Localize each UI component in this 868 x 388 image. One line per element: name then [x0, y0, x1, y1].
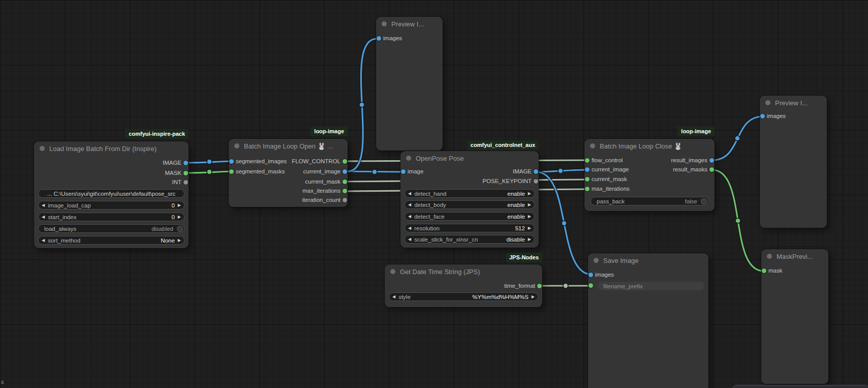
output-dot-image[interactable]: [534, 169, 538, 174]
input-dot-image[interactable]: [401, 169, 406, 174]
widget-detect-hand[interactable]: ◀ detect_hand enable ▶: [405, 189, 535, 198]
decrement-arrow-icon[interactable]: ◀: [39, 236, 48, 244]
output-slot-current-mask: current_mask: [305, 177, 348, 186]
link-midpoint-dot[interactable]: [562, 221, 567, 226]
partial-node-offscreen[interactable]: [732, 385, 868, 388]
decrement-arrow-icon[interactable]: ◀: [405, 190, 414, 197]
slot-label: segmented_masks: [236, 168, 285, 174]
collapse-dot-icon[interactable]: [594, 258, 599, 263]
increment-arrow-icon[interactable]: ▶: [525, 235, 534, 243]
input-dot-segmented-images[interactable]: [229, 159, 234, 164]
node-openpose-pose[interactable]: OpenPose Pose image IMAGE POSE_KEYPOINT …: [400, 151, 539, 248]
output-dot-current-image[interactable]: [343, 169, 347, 174]
input-dot-images[interactable]: [760, 114, 765, 118]
node-batch-loop-open[interactable]: Batch Image Loop Open 🐰 ... segmented_im…: [229, 139, 348, 207]
link-midpoint-dot[interactable]: [207, 169, 212, 174]
collapse-dot-icon[interactable]: [390, 269, 395, 274]
increment-arrow-icon[interactable]: ▶: [175, 213, 184, 221]
collapse-dot-icon[interactable]: [590, 143, 595, 148]
widget-image-load-cap[interactable]: ◀ image_load_cap 0 ▶: [38, 201, 184, 210]
node-preview-image-right[interactable]: Preview I... images: [760, 96, 827, 228]
widget-filename-prefix[interactable]: filename_prefix: [598, 282, 704, 290]
output-dot-max-iterations[interactable]: [343, 189, 347, 193]
collapse-dot-icon[interactable]: [382, 21, 387, 26]
output-dot-iteration-count[interactable]: [343, 198, 347, 202]
output-dot-image[interactable]: [183, 161, 188, 165]
decrement-arrow-icon[interactable]: ◀: [405, 201, 414, 208]
input-dot-segmented-masks[interactable]: [229, 169, 234, 174]
decrement-arrow-icon[interactable]: ◀: [39, 213, 48, 221]
widget-resolution[interactable]: ◀ resolution 512 ▶: [405, 224, 535, 232]
output-slot-current-image: current_image: [303, 167, 348, 176]
output-slot-pose-keypoint: POSE_KEYPOINT: [482, 177, 539, 186]
link-midpoint-dot[interactable]: [372, 169, 377, 174]
collapse-dot-icon[interactable]: [765, 100, 770, 105]
output-dot-time-format[interactable]: [537, 284, 542, 288]
widget-name: start_index: [48, 214, 171, 220]
widget-detect-body[interactable]: ◀ detect_body enable ▶: [405, 200, 535, 209]
increment-arrow-icon[interactable]: ▶: [525, 201, 534, 208]
collapse-dot-icon[interactable]: [767, 254, 772, 259]
link-midpoint-dot[interactable]: [207, 159, 212, 164]
increment-arrow-icon[interactable]: ▶: [529, 293, 538, 301]
output-dot-flow-control[interactable]: [343, 159, 347, 164]
input-dot-max-iterations[interactable]: [585, 187, 590, 191]
toggle-knob[interactable]: [177, 226, 183, 232]
node-save-image[interactable]: Save Image images filename_prefix: [588, 253, 708, 388]
increment-arrow-icon[interactable]: ▶: [175, 236, 184, 244]
input-dot-images[interactable]: [377, 36, 381, 41]
collapse-dot-icon[interactable]: [40, 146, 45, 151]
output-dot-int[interactable]: [183, 180, 188, 185]
input-dot-images[interactable]: [588, 273, 593, 277]
collapse-dot-icon[interactable]: [234, 143, 239, 148]
increment-arrow-icon[interactable]: ▶: [175, 201, 184, 209]
widget-directory[interactable]: ... C:\Users\syui\git\comfyui\user\defau…: [38, 189, 184, 198]
link-midpoint-dot[interactable]: [563, 283, 568, 288]
decrement-arrow-icon[interactable]: ◀: [39, 201, 48, 209]
node-title: Preview I...: [775, 99, 824, 107]
widget-start-index[interactable]: ◀ start_index 0 ▶: [38, 213, 184, 221]
slot-label: max_iterations: [592, 186, 630, 192]
increment-arrow-icon[interactable]: ▶: [525, 213, 534, 220]
slot-label: IMAGE: [513, 168, 532, 174]
decrement-arrow-icon[interactable]: ◀: [405, 235, 414, 243]
widget-pass-back[interactable]: pass_back false: [591, 197, 708, 205]
input-dot-current-image[interactable]: [585, 167, 590, 172]
widget-style[interactable]: ◀ style %Y%m%d%H%M%S ▶: [389, 292, 538, 301]
increment-arrow-icon[interactable]: ▶: [525, 224, 534, 232]
decrement-arrow-icon[interactable]: ◀: [389, 293, 398, 301]
node-load-image-batch[interactable]: Load Image Batch From Dir (Inspire) IMAG…: [34, 141, 189, 248]
input-dot-flow-control[interactable]: [585, 158, 590, 163]
output-dot-mask[interactable]: [183, 171, 188, 175]
input-dot-filename-prefix[interactable]: [588, 283, 593, 288]
node-titlebar: MaskPrevi...: [761, 249, 828, 263]
input-dot-current-mask[interactable]: [585, 177, 590, 182]
input-slot-image: image: [400, 167, 423, 176]
input-dot-mask[interactable]: [762, 268, 766, 273]
output-dot-current-mask[interactable]: [343, 180, 347, 184]
slot-label: current_image: [592, 166, 629, 172]
graph-canvas[interactable]: comfyui-inspire-pack loop-image comfyui_…: [0, 0, 868, 388]
toggle-knob[interactable]: [701, 198, 707, 204]
decrement-arrow-icon[interactable]: ◀: [405, 224, 414, 232]
output-dot-pose-keypoint[interactable]: [534, 179, 538, 184]
node-preview-image-top[interactable]: Preview I... images: [376, 17, 443, 151]
link-midpoint-dot[interactable]: [359, 102, 364, 107]
widget-sort-method[interactable]: ◀ sort_method None ▶: [38, 236, 184, 245]
widget-load-always[interactable]: load_always disabled: [38, 224, 184, 233]
output-dot-result-masks[interactable]: [709, 167, 714, 172]
link-midpoint-dot[interactable]: [558, 168, 563, 173]
collapse-dot-icon[interactable]: [406, 156, 411, 161]
node-get-datetime-string[interactable]: Get Date Time String (JPS) time_format ◀…: [385, 264, 542, 307]
link-midpoint-dot[interactable]: [735, 136, 740, 141]
link-midpoint-dot[interactable]: [735, 218, 740, 223]
output-slot-iteration-count: iteration_count: [302, 196, 348, 204]
node-batch-loop-close[interactable]: Batch Image Loop Close 🐰 flow_control cu…: [584, 139, 715, 211]
decrement-arrow-icon[interactable]: ◀: [405, 213, 414, 220]
increment-arrow-icon[interactable]: ▶: [525, 190, 534, 197]
widget-scale-stick[interactable]: ◀ scale_stick_for_xinsr_cn disable ▶: [405, 235, 535, 244]
widget-detect-face[interactable]: ◀ detect_face enable ▶: [405, 212, 535, 221]
node-mask-preview[interactable]: MaskPrevi... mask: [761, 249, 828, 384]
output-slot-int: INT: [172, 178, 189, 187]
output-dot-result-images[interactable]: [709, 158, 714, 163]
